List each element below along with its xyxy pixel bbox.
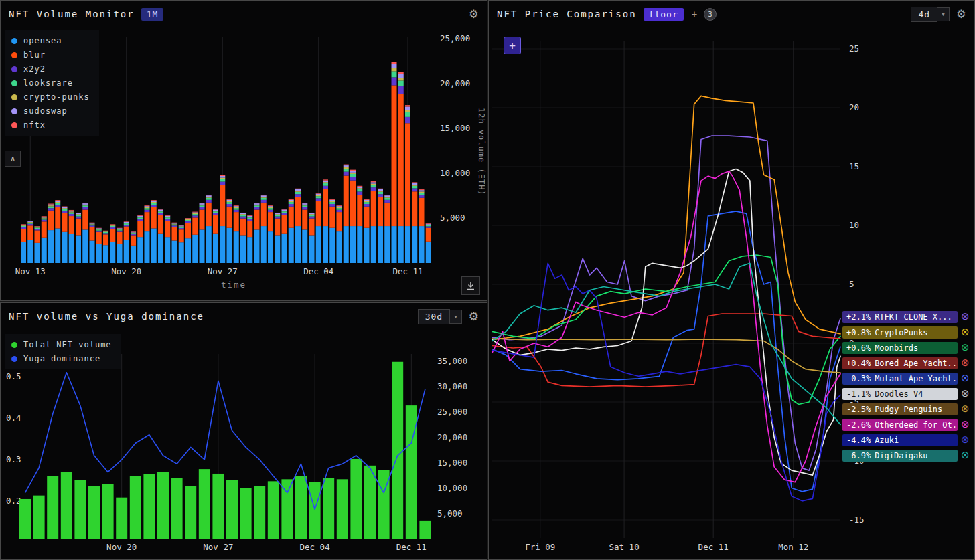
bar-segment-blur	[275, 219, 280, 236]
bar-segment-blur	[172, 227, 177, 241]
token-badge-Azuki[interactable]: -4.4%Azuki	[842, 434, 958, 446]
bar-segment-x2y2	[261, 200, 267, 203]
bar-segment-looksrare	[344, 169, 349, 171]
volume-range-badge[interactable]: 1M	[141, 8, 164, 21]
bar-segment-crypto-punks	[227, 201, 232, 202]
legend-collapse-button[interactable]: ∧	[5, 151, 21, 167]
legend-item-nftx[interactable]: nftx	[11, 120, 90, 130]
token-close-icon[interactable]: ⊗	[961, 404, 970, 414]
bar-segment-opensea	[76, 235, 81, 263]
bar-segment-sudoswap	[261, 195, 267, 197]
volume-bar	[116, 498, 127, 539]
bar-segment-crypto-punks	[309, 214, 315, 215]
token-close-icon[interactable]: ⊗	[961, 435, 970, 445]
token-close-icon[interactable]: ⊗	[961, 419, 970, 430]
bar-segment-looksrare	[350, 174, 356, 177]
bar-segment-x2y2	[179, 228, 184, 229]
bar-segment-nftx	[323, 179, 328, 180]
bar-segment-blur	[426, 228, 431, 242]
bar-segment-nftx	[426, 223, 431, 224]
bar-segment-crypto-punks	[110, 225, 115, 226]
token-row: -2.6%Otherdeed for Ot...⊗	[842, 417, 970, 432]
bar-segment-blur	[289, 207, 294, 228]
bar-segment-nftx	[158, 209, 163, 210]
token-badge-Otherdeed for Ot...[interactable]: -2.6%Otherdeed for Ot...	[842, 419, 958, 431]
more-tokens-count-badge[interactable]: 3	[704, 8, 717, 21]
token-badge-Moonbirds[interactable]: +0.6%Moonbirds	[842, 342, 958, 354]
bar-segment-nftx	[110, 224, 115, 225]
bar-segment-nftx	[96, 228, 102, 229]
yuga-settings-gear-icon[interactable]: ⚙	[469, 310, 479, 323]
price-line-Mutant Ape Yacht...	[492, 211, 840, 492]
legend-item-looksrare[interactable]: looksrare	[11, 78, 90, 88]
bar-segment-opensea	[282, 234, 287, 263]
legend-item-opensea[interactable]: opensea	[11, 36, 90, 45]
add-token-button[interactable]: +	[504, 37, 521, 54]
legend-label: crypto-punks	[23, 92, 90, 102]
bar-segment-crypto-punks	[234, 207, 239, 208]
token-badge-Doodles V4[interactable]: -1.1%Doodles V4	[842, 388, 958, 400]
volume-bar	[254, 486, 265, 539]
bar-segment-blur	[247, 221, 252, 237]
volume-settings-gear-icon[interactable]: ⚙	[469, 7, 479, 21]
legend-item-Total NFT volume[interactable]: Total NFT volume	[11, 340, 112, 349]
price-metric-badge[interactable]: floor	[644, 8, 684, 21]
bar-segment-looksrare	[62, 209, 68, 211]
svg-text:Dec 11: Dec 11	[396, 542, 427, 552]
token-close-icon[interactable]: ⊗	[961, 450, 970, 460]
bar-segment-sudoswap	[282, 209, 287, 211]
bar-segment-sudoswap	[200, 203, 205, 205]
volume-bar	[157, 472, 169, 539]
chevron-down-icon[interactable]: ▾	[937, 7, 950, 21]
bar-segment-sudoswap	[110, 225, 115, 225]
yuga-timerange-select[interactable]: 30d	[418, 309, 450, 324]
bar-segment-sudoswap	[131, 232, 136, 233]
bar-segment-looksrare	[117, 229, 123, 231]
bar-segment-nftx	[309, 213, 315, 213]
token-close-icon[interactable]: ⊗	[961, 343, 970, 353]
token-badge-CryptoPunks[interactable]: +0.8%CryptoPunks	[842, 326, 958, 339]
legend-item-crypto-punks[interactable]: crypto-punks	[11, 92, 90, 102]
token-close-icon[interactable]: ⊗	[961, 312, 970, 322]
legend-item-Yuga dominance[interactable]: Yuga dominance	[11, 354, 112, 363]
token-badge-DigiDaigaku[interactable]: -6.9%DigiDaigaku	[842, 450, 958, 462]
legend-item-x2y2[interactable]: x2y2	[11, 64, 90, 74]
price-settings-gear-icon[interactable]: ⚙	[956, 7, 966, 21]
bar-segment-looksrare	[76, 215, 81, 216]
price-timerange-select[interactable]: 4d	[911, 7, 937, 22]
token-close-icon[interactable]: ⊗	[961, 358, 970, 368]
svg-text:10,000: 10,000	[437, 483, 467, 493]
token-close-icon[interactable]: ⊗	[961, 373, 970, 383]
bar-segment-blur	[357, 195, 362, 226]
bar-segment-blur	[302, 210, 307, 230]
bar-segment-nftx	[69, 210, 74, 211]
token-badge-Bored Ape Yacht...[interactable]: +0.4%Bored Ape Yacht...	[842, 357, 958, 369]
bar-segment-opensea	[172, 241, 177, 264]
bar-segment-sudoswap	[419, 190, 425, 191]
volume-chart-legend: openseablurx2y2looksrarecrypto-punkssudo…	[5, 30, 99, 136]
legend-item-blur[interactable]: blur	[11, 50, 90, 60]
token-close-icon[interactable]: ⊗	[961, 389, 970, 399]
token-name: Doodles V4	[875, 389, 923, 399]
legend-item-sudoswap[interactable]: sudoswap	[11, 106, 90, 116]
svg-text:15: 15	[849, 161, 859, 171]
token-close-icon[interactable]: ⊗	[961, 327, 970, 337]
token-badge-RTFKT CLONE X...[interactable]: +2.1%RTFKT CLONE X...	[842, 311, 958, 323]
price-comparison-line-chart[interactable]: Fri 09Sat 10Dec 11Mon 122520151050-5-10-…	[489, 26, 974, 559]
bar-segment-nftx	[302, 203, 307, 203]
token-list: +2.1%RTFKT CLONE X...⊗+0.8%CryptoPunks⊗+…	[842, 310, 970, 462]
download-chart-button[interactable]	[461, 276, 480, 295]
bar-segment-x2y2	[344, 172, 349, 176]
bar-segment-x2y2	[96, 231, 102, 232]
bar-segment-crypto-punks	[316, 195, 321, 197]
token-badge-Mutant Ape Yacht...[interactable]: -0.3%Mutant Ape Yacht...	[842, 373, 958, 385]
bar-segment-x2y2	[172, 225, 177, 227]
bar-segment-crypto-punks	[62, 208, 68, 209]
bar-segment-x2y2	[357, 191, 362, 195]
chevron-down-icon[interactable]: ▾	[450, 310, 462, 324]
token-badge-Pudgy Penguins[interactable]: -2.5%Pudgy Penguins	[842, 403, 958, 415]
bar-segment-looksrare	[151, 203, 157, 205]
bar-segment-nftx	[357, 186, 362, 187]
bar-segment-blur	[384, 203, 390, 226]
bar-segment-x2y2	[21, 227, 26, 229]
